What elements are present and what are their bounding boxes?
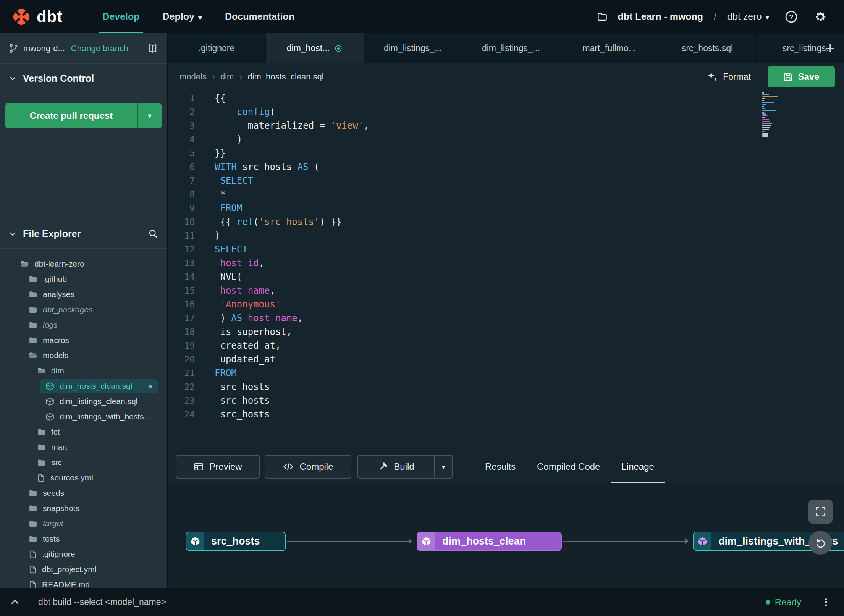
sparkles-icon bbox=[707, 71, 718, 82]
minimap-line bbox=[762, 102, 774, 103]
top-navbar: dbt DevelopDeploy▾Documentation dbt Lear… bbox=[0, 0, 844, 33]
file-tree-item[interactable]: analyses bbox=[0, 287, 167, 302]
fullscreen-button[interactable] bbox=[808, 500, 833, 524]
file-tree-item[interactable]: logs bbox=[0, 317, 167, 333]
command-input[interactable]: dbt build --select <model_name> bbox=[38, 597, 166, 607]
dbt-logo[interactable]: dbt bbox=[0, 0, 76, 33]
help-icon[interactable]: ? bbox=[784, 10, 798, 24]
file-tree-item-label: .github bbox=[43, 275, 67, 284]
code-token bbox=[215, 285, 220, 296]
editor-tab[interactable]: .gitignore bbox=[168, 33, 266, 63]
file-tree-item[interactable]: fct bbox=[0, 424, 167, 440]
code-token bbox=[215, 203, 220, 213]
nav-item-deploy[interactable]: Deploy▾ bbox=[151, 0, 213, 33]
code-line: 'Anonymous' bbox=[215, 297, 844, 311]
code-token: ) }} bbox=[320, 217, 342, 227]
build-button[interactable]: Build bbox=[357, 455, 435, 479]
save-button[interactable]: Save bbox=[768, 66, 835, 87]
code-line: {{ bbox=[215, 91, 844, 105]
breadcrumb-item[interactable]: dim bbox=[220, 72, 234, 82]
minimap-line bbox=[762, 129, 769, 130]
pr-dropdown-caret[interactable]: ▾ bbox=[138, 103, 162, 128]
code-editor[interactable]: 123456789101112131415161718192021222324 … bbox=[168, 90, 844, 450]
navbar-right: dbt Learn - mwong / dbt zero ▾ ? bbox=[597, 0, 844, 33]
build-dropdown-caret[interactable]: ▾ bbox=[435, 455, 453, 479]
file-tree-item[interactable]: .github bbox=[0, 272, 167, 287]
editor-tab[interactable]: dim_listings_... bbox=[462, 33, 560, 63]
minimap[interactable] bbox=[762, 92, 779, 138]
file-tree-item[interactable]: macros bbox=[0, 333, 167, 348]
new-tab-button[interactable]: + bbox=[821, 33, 839, 63]
svg-text:?: ? bbox=[789, 13, 793, 21]
minimap-line bbox=[762, 104, 766, 105]
model-cube-icon bbox=[45, 397, 55, 406]
environment-selector[interactable]: dbt zero ▾ bbox=[727, 11, 769, 22]
file-tree-item[interactable]: models bbox=[0, 348, 167, 363]
file-tree-item[interactable]: dim_listings_with_hosts... bbox=[0, 409, 167, 424]
lineage-node[interactable]: dim_hosts_clean bbox=[417, 532, 562, 551]
format-button[interactable]: Format bbox=[703, 68, 755, 86]
panel-tab-lineage[interactable]: Lineage bbox=[611, 450, 665, 483]
file-explorer-header[interactable]: File Explorer bbox=[0, 219, 167, 249]
panel-tab-results[interactable]: Results bbox=[474, 450, 526, 483]
preview-button[interactable]: Preview bbox=[176, 455, 260, 479]
editor-tab-label: dim_host... bbox=[287, 43, 330, 53]
breadcrumb-item[interactable]: dim_hosts_clean.sql bbox=[247, 72, 323, 82]
file-tree-item[interactable]: dbt_packages bbox=[0, 302, 167, 317]
version-control-header[interactable]: Version Control bbox=[0, 64, 167, 93]
project-name[interactable]: dbt Learn - mwong bbox=[618, 11, 703, 22]
build-label: Build bbox=[394, 461, 414, 472]
file-tree-item[interactable]: dim_hosts_clean.sql bbox=[0, 378, 167, 394]
file-tree-item[interactable]: mart bbox=[0, 440, 167, 455]
search-icon[interactable] bbox=[148, 228, 158, 239]
file-tree-item[interactable]: tests bbox=[0, 531, 167, 546]
nav-item-documentation[interactable]: Documentation bbox=[213, 0, 306, 33]
file-tree-item[interactable]: dbt_project.yml bbox=[0, 562, 167, 577]
minimap-line bbox=[762, 98, 765, 99]
lineage-node[interactable]: src_hosts bbox=[186, 532, 286, 551]
code-line: ) bbox=[215, 229, 844, 243]
settings-gear-icon[interactable] bbox=[813, 10, 827, 24]
docs-book-icon[interactable] bbox=[147, 43, 158, 54]
editor-tab[interactable]: mart_fullmo... bbox=[560, 33, 658, 63]
file-tree-item-label: mart bbox=[51, 443, 67, 452]
create-pull-request-button[interactable]: Create pull request ▾ bbox=[5, 103, 162, 128]
minimap-line bbox=[762, 134, 768, 136]
file-tree-item-inner: dbt-learn-zero bbox=[15, 257, 158, 271]
file-tree-item-inner: dim_listings_clean.sql bbox=[40, 394, 158, 408]
editor-tab[interactable]: src_hosts.sql bbox=[658, 33, 757, 63]
code-line: }} bbox=[215, 146, 844, 160]
file-tree-item-inner: dim bbox=[31, 364, 158, 378]
file-tree-item[interactable]: seeds bbox=[0, 485, 167, 501]
file-tree-item[interactable]: dbt-learn-zero bbox=[0, 256, 167, 272]
editor-tab[interactable]: dim_listings_... bbox=[364, 33, 462, 63]
editor-tab[interactable]: dim_host... bbox=[266, 33, 364, 63]
file-tree-item-inner: dbt_project.yml bbox=[23, 563, 158, 576]
file-tree-item[interactable]: snapshots bbox=[0, 501, 167, 516]
nav-item-develop[interactable]: Develop bbox=[91, 0, 151, 33]
file-tree-item[interactable]: .gitignore bbox=[0, 546, 167, 562]
change-branch-link[interactable]: Change branch bbox=[71, 44, 128, 53]
build-button-group: Build ▾ bbox=[357, 455, 453, 479]
minimap-line bbox=[762, 112, 764, 113]
code-line: src_hosts bbox=[215, 407, 844, 421]
kebab-menu-icon[interactable] bbox=[821, 597, 831, 607]
compile-button[interactable]: Compile bbox=[265, 455, 351, 479]
code-line: host_name, bbox=[215, 284, 844, 297]
file-tree-item[interactable]: sources.yml bbox=[0, 470, 167, 485]
code-token: ) bbox=[215, 230, 220, 241]
reset-view-button[interactable] bbox=[808, 531, 832, 555]
file-tree-item[interactable]: dim bbox=[0, 363, 167, 378]
file-tree-item[interactable]: dim_listings_clean.sql bbox=[0, 394, 167, 409]
file-tree-item[interactable]: target bbox=[0, 516, 167, 531]
line-number: 9 bbox=[168, 201, 195, 215]
file-tree-item[interactable]: README.md bbox=[0, 577, 167, 588]
file-tree-item[interactable]: src bbox=[0, 455, 167, 470]
file-tree-item-label: analyses bbox=[43, 290, 74, 299]
breadcrumb-item[interactable]: models bbox=[179, 72, 207, 82]
panel-tab-compiled-code[interactable]: Compiled Code bbox=[526, 450, 611, 483]
file-tree-item-inner: dbt_packages bbox=[23, 303, 158, 317]
chevron-up-icon[interactable] bbox=[9, 597, 21, 608]
statusbar-right: Ready bbox=[766, 597, 844, 608]
compile-label: Compile bbox=[299, 461, 333, 472]
